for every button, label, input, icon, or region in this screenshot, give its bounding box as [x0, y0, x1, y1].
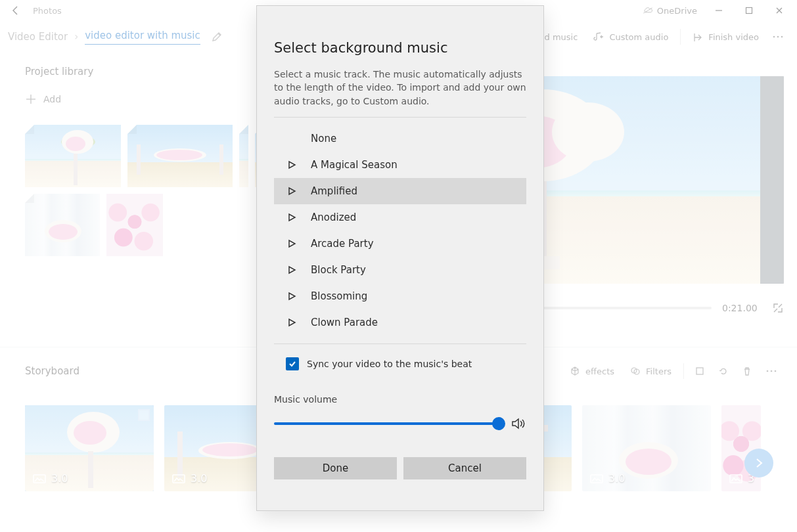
svg-point-13	[775, 370, 777, 372]
music-modal: Select background music Select a music t…	[256, 5, 544, 511]
sync-beat-checkbox[interactable]: Sync your video to the music's beat	[286, 357, 526, 370]
filters-button[interactable]: Filters	[622, 358, 679, 384]
track-name: Anodized	[311, 211, 356, 223]
track-name: Clown Parade	[311, 317, 378, 328]
svg-point-3	[773, 36, 775, 38]
svg-rect-2	[746, 8, 752, 14]
track-row[interactable]: A Magical Season	[274, 152, 526, 178]
clip-duration: 3.0	[608, 472, 625, 485]
cancel-button[interactable]: Cancel	[403, 457, 526, 479]
clip[interactable]: 3	[721, 405, 761, 491]
volume-label: Music volume	[274, 394, 526, 405]
svg-point-5	[781, 36, 783, 38]
track-row[interactable]: Come with Me	[274, 336, 526, 344]
library-thumb[interactable]	[239, 125, 248, 187]
onedrive-label: OneDrive	[657, 6, 697, 16]
done-button[interactable]: Done	[274, 457, 397, 479]
track-row[interactable]: Arcade Party	[274, 231, 526, 257]
library-thumb[interactable]	[127, 125, 233, 187]
breadcrumb-root[interactable]: Video Editor	[8, 31, 68, 43]
filters-label: Filters	[646, 366, 672, 376]
storyboard-title: Storyboard	[25, 365, 80, 377]
checkbox-checked-icon	[286, 357, 299, 370]
breadcrumb-current[interactable]: video editor with music	[85, 30, 200, 45]
modal-description: Select a music track. The music automati…	[274, 68, 526, 108]
back-button[interactable]	[3, 0, 29, 21]
track-name: Come with Me	[311, 343, 381, 344]
clip[interactable]: 3.0	[25, 405, 154, 491]
volume-slider[interactable]	[274, 422, 499, 425]
app-root: Photos OneDrive Video Editor › video edi…	[0, 0, 797, 532]
clip-duration: 3.0	[51, 472, 68, 485]
play-icon[interactable]	[285, 263, 299, 277]
track-row[interactable]: Anodized	[274, 204, 526, 231]
play-icon[interactable]	[285, 184, 299, 198]
track-row[interactable]: Amplified	[274, 178, 526, 204]
play-icon[interactable]	[285, 289, 299, 303]
custom-audio-label: Custom audio	[609, 32, 668, 42]
minimize-button[interactable]	[704, 0, 734, 21]
sync-label: Sync your video to the music's beat	[307, 359, 472, 369]
breadcrumb: Video Editor › video editor with music	[8, 30, 200, 45]
storyboard-more-button[interactable]	[759, 358, 784, 384]
track-list[interactable]: NoneA Magical SeasonAmplifiedAnodizedArc…	[274, 125, 526, 344]
svg-point-4	[777, 36, 779, 38]
track-name: Block Party	[311, 264, 366, 276]
track-row[interactable]: Clown Parade	[274, 309, 526, 336]
separator	[680, 29, 681, 45]
rename-button[interactable]	[200, 31, 223, 43]
library-thumb[interactable]	[25, 194, 100, 256]
modal-title: Select background music	[274, 40, 526, 56]
track-name: A Magical Season	[311, 159, 398, 171]
clip[interactable]: 3.0	[582, 405, 711, 491]
library-thumb[interactable]	[106, 194, 163, 256]
library-thumb[interactable]	[25, 125, 121, 187]
add-label: Add	[43, 94, 61, 104]
play-icon[interactable]	[285, 158, 299, 172]
scroll-right-button[interactable]	[744, 449, 773, 477]
finish-video-button[interactable]: Finish video	[685, 24, 767, 50]
play-icon[interactable]	[285, 210, 299, 225]
3d-effects-button[interactable]: effects	[562, 358, 622, 384]
track-name: None	[311, 133, 336, 144]
chevron-right-icon: ›	[74, 31, 78, 43]
track-name: Amplified	[311, 185, 357, 197]
track-row[interactable]: Block Party	[274, 257, 526, 283]
fullscreen-button[interactable]	[772, 302, 784, 314]
custom-audio-button[interactable]: Custom audio	[585, 24, 676, 50]
play-icon[interactable]	[285, 342, 299, 344]
crop-button[interactable]	[688, 358, 712, 384]
separator	[683, 363, 684, 379]
rotate-button[interactable]	[712, 358, 735, 384]
effects-label: effects	[585, 366, 614, 376]
clip-duration: 3.0	[191, 472, 207, 485]
play-icon[interactable]	[285, 236, 299, 251]
maximize-button[interactable]	[734, 0, 764, 21]
clip-checkbox[interactable]	[138, 409, 150, 421]
onedrive-button[interactable]: OneDrive	[636, 0, 704, 21]
delete-button[interactable]	[735, 358, 759, 384]
track-name: Arcade Party	[311, 238, 374, 250]
speaker-icon[interactable]	[511, 416, 526, 431]
svg-rect-10	[696, 368, 703, 374]
svg-point-11	[767, 370, 769, 372]
track-name: Blossoming	[311, 290, 367, 302]
track-row[interactable]: Blossoming	[274, 283, 526, 309]
duration-label: 0:21.00	[722, 303, 762, 313]
track-row[interactable]: None	[274, 125, 526, 152]
more-button[interactable]	[767, 24, 789, 50]
app-title: Photos	[29, 6, 62, 16]
close-button[interactable]	[764, 0, 794, 21]
svg-point-12	[771, 370, 773, 372]
play-icon[interactable]	[285, 315, 299, 330]
finish-video-label: Finish video	[708, 32, 759, 42]
